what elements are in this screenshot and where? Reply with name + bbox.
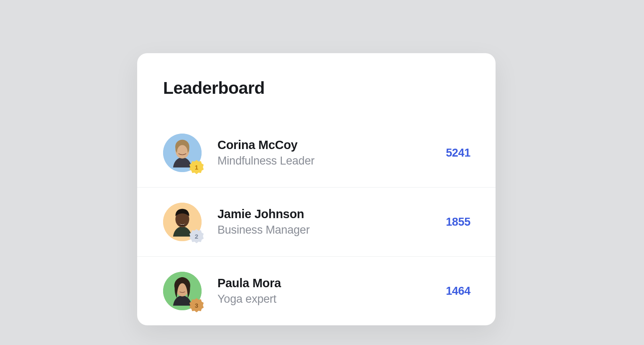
card-title: Leaderboard (137, 78, 496, 118)
leaderboard-row[interactable]: 3 Paula Mora Yoga expert 1464 (137, 256, 496, 325)
entry-score: 5241 (446, 147, 470, 160)
rank-badge-icon: 3 (189, 297, 204, 313)
leaderboard-row[interactable]: 1 Corina McCoy Mindfulness Leader 5241 (137, 118, 496, 187)
rank-number: 3 (195, 302, 198, 309)
leaderboard-card: Leaderboard 1 Corina McCoy Mindfulness L… (137, 53, 496, 325)
entry-name: Jamie Johnson (217, 207, 446, 221)
entry-score: 1855 (446, 216, 470, 229)
rank-number: 2 (195, 233, 198, 239)
entry-name: Corina McCoy (217, 138, 446, 152)
entry-role: Business Manager (217, 224, 446, 237)
entry-info: Corina McCoy Mindfulness Leader (217, 138, 446, 167)
avatar: 1 (163, 134, 202, 172)
rank-badge-icon: 2 (189, 228, 204, 244)
entry-score: 1464 (446, 285, 470, 298)
entry-role: Mindfulness Leader (217, 154, 446, 167)
entry-info: Paula Mora Yoga expert (217, 276, 446, 306)
leaderboard-row[interactable]: 2 Jamie Johnson Business Manager 1855 (137, 187, 496, 256)
rank-badge-icon: 1 (189, 159, 204, 175)
avatar: 2 (163, 203, 202, 241)
entry-role: Yoga expert (217, 293, 446, 306)
avatar: 3 (163, 272, 202, 310)
entry-name: Paula Mora (217, 276, 446, 290)
rank-number: 1 (195, 164, 198, 170)
entry-info: Jamie Johnson Business Manager (217, 207, 446, 237)
